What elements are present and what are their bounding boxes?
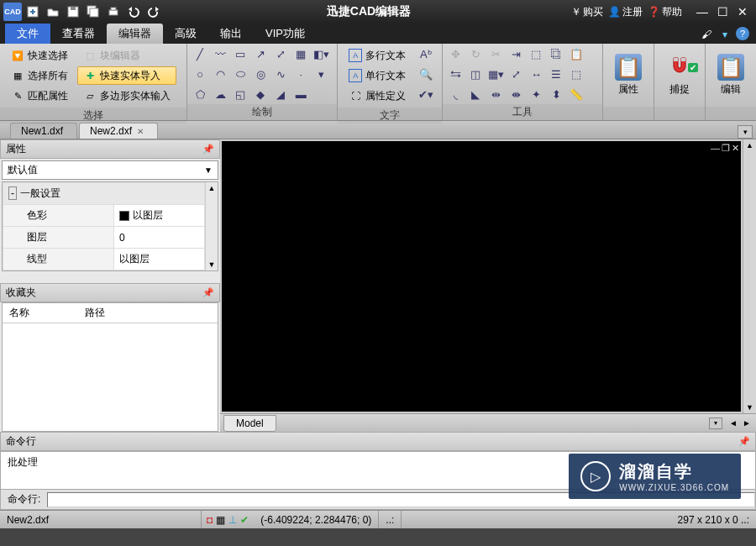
text-spell-icon[interactable]: ✔▾ — [418, 87, 433, 102]
solid-icon[interactable]: ◆ — [253, 87, 268, 102]
scroll-up-icon[interactable]: ▲ — [743, 139, 756, 151]
quick-select-button[interactable]: 🔽快速选择 — [5, 46, 74, 65]
scroll-right-icon[interactable]: ► — [741, 418, 753, 428]
quick-entity-import-button[interactable]: ✚快速实体导入 — [77, 66, 176, 85]
print-icon[interactable] — [104, 3, 123, 21]
break-icon[interactable]: ⇹ — [488, 87, 503, 102]
props-panel-header[interactable]: 属性📌 — [0, 139, 220, 159]
app-logo-icon[interactable]: CAD — [3, 3, 22, 21]
ellipse-icon[interactable]: ⬭ — [233, 66, 248, 81]
new-icon[interactable] — [24, 3, 42, 21]
attdef-button[interactable]: ⛶属性定义 — [343, 87, 412, 105]
layout-dropdown-icon[interactable]: ▾ — [709, 417, 722, 429]
scale-icon[interactable]: ⤢ — [508, 66, 523, 81]
wipeout-icon[interactable]: ▬ — [293, 87, 308, 102]
rotate-icon[interactable]: ↻ — [468, 46, 483, 61]
edit-button[interactable]: 📋 编辑 — [711, 46, 751, 104]
drawing-canvas[interactable]: — ❐ ✕ — [222, 141, 741, 412]
open-icon[interactable] — [44, 3, 62, 21]
buy-button[interactable]: ￥购买 — [571, 5, 603, 19]
pin-icon[interactable]: 📌 — [738, 436, 750, 447]
fav-col-name[interactable]: 名称 — [3, 303, 78, 323]
spline-icon[interactable]: ∿ — [273, 66, 288, 81]
mtext-button[interactable]: A多行文本 — [343, 46, 412, 65]
tab-viewer[interactable]: 查看器 — [50, 24, 107, 44]
polyline-icon[interactable]: 〰 — [213, 46, 228, 61]
tab-file[interactable]: 文件 — [5, 24, 50, 44]
boundary-icon[interactable]: ◱ — [233, 87, 248, 102]
more-draw-icon[interactable]: ▾ — [313, 66, 328, 81]
polar-toggle-icon[interactable]: ✔ — [240, 514, 249, 526]
stretch-icon[interactable]: ↔ — [528, 66, 543, 81]
close-icon[interactable]: ✕ — [734, 3, 751, 20]
dropdown-icon[interactable]: ▾ — [717, 27, 732, 42]
prop-row[interactable]: 色彩以图层 — [3, 205, 205, 227]
canvas-vscroll[interactable]: ▲▼ — [743, 139, 756, 413]
doc-tab[interactable]: New1.dxf — [10, 123, 77, 139]
revcloud-icon[interactable]: ☁ — [213, 87, 228, 102]
layers-icon[interactable]: ☰ — [549, 66, 564, 81]
register-button[interactable]: 👤注册 — [608, 5, 643, 19]
canvas-min-icon[interactable]: — — [711, 143, 720, 154]
ray-icon[interactable]: ↗ — [253, 46, 268, 61]
text-style-icon[interactable]: Aᵇ — [418, 46, 433, 61]
selbox-icon[interactable]: ⬚ — [528, 46, 543, 61]
cmd-panel-header[interactable]: 命令行📌 — [0, 432, 756, 451]
brush-icon[interactable]: 🖌 — [699, 27, 714, 42]
model-tab[interactable]: Model — [223, 415, 276, 432]
join-icon[interactable]: ⇼ — [508, 87, 523, 102]
polygon-entity-input-button[interactable]: ▱多边形实体输入 — [77, 87, 176, 105]
fillet-icon[interactable]: ◟ — [448, 87, 463, 102]
maximize-icon[interactable]: ☐ — [714, 3, 731, 20]
mirror-icon[interactable]: ⮀ — [448, 66, 463, 81]
grid-toggle-icon[interactable]: ▦ — [216, 514, 225, 526]
redo-icon[interactable] — [144, 3, 163, 21]
scroll-down-icon[interactable]: ▼ — [743, 402, 756, 413]
undo-icon[interactable] — [124, 3, 143, 21]
3dface-icon[interactable]: ◢ — [273, 87, 288, 102]
scroll-up-icon[interactable]: ▲ — [206, 182, 217, 194]
saveall-icon[interactable] — [84, 3, 102, 21]
prop-row[interactable]: 图层0 — [3, 227, 205, 249]
block-editor-button[interactable]: ⬚块编辑器 — [77, 46, 176, 65]
point-icon[interactable]: · — [293, 66, 308, 81]
doc-tab[interactable]: New2.dxf✕ — [79, 123, 158, 139]
tab-vip[interactable]: VIP功能 — [254, 24, 317, 44]
trim-icon[interactable]: ✂ — [488, 46, 503, 61]
prop-row[interactable]: 线型以图层 — [3, 249, 205, 270]
ortho-toggle-icon[interactable]: ⊥ — [228, 514, 237, 526]
align-icon[interactable]: ⬍ — [549, 87, 564, 102]
select-all-button[interactable]: ▦选择所有 — [5, 66, 74, 85]
snap-button[interactable]: 捕捉 — [659, 46, 700, 104]
tab-close-icon[interactable]: ✕ — [137, 127, 144, 136]
info-icon[interactable]: ? — [736, 27, 749, 40]
extend-icon[interactable]: ⇥ — [508, 46, 523, 61]
match-props-button[interactable]: ✎匹配属性 — [5, 87, 74, 105]
arc-icon[interactable]: ◠ — [213, 66, 228, 81]
line-icon[interactable]: ╱ — [192, 46, 207, 61]
tab-editor[interactable]: 编辑器 — [107, 24, 163, 44]
region-icon[interactable]: ◧▾ — [313, 46, 328, 61]
tab-advanced[interactable]: 高级 — [163, 24, 208, 44]
polygon-draw-icon[interactable]: ⬠ — [192, 87, 207, 102]
array-icon[interactable]: ▦▾ — [488, 66, 503, 81]
xline-icon[interactable]: ⤢ — [273, 46, 288, 61]
tab-output[interactable]: 输出 — [208, 24, 254, 44]
props-button[interactable]: 📋 属性 — [608, 46, 648, 104]
props-default-dropdown[interactable]: 默认值▼ — [2, 160, 218, 180]
copy-tool-icon[interactable]: ⿻ — [549, 46, 564, 61]
snap-toggle-icon[interactable]: ◘ — [207, 514, 213, 526]
move-icon[interactable]: ✥ — [448, 46, 463, 61]
minimize-icon[interactable]: — — [694, 3, 711, 20]
fav-col-path[interactable]: 路径 — [78, 303, 112, 323]
canvas-restore-icon[interactable]: ❐ — [722, 143, 730, 154]
canvas-close-icon[interactable]: ✕ — [732, 143, 739, 154]
stext-button[interactable]: A单行文本 — [343, 66, 412, 85]
chamfer-icon[interactable]: ◣ — [468, 87, 483, 102]
donut-icon[interactable]: ◎ — [253, 66, 268, 81]
help-button[interactable]: ❓帮助 — [648, 5, 682, 19]
measure-icon[interactable]: 📏 — [569, 87, 584, 102]
circle-icon[interactable]: ○ — [192, 66, 207, 81]
save-icon[interactable] — [64, 3, 82, 21]
prop-section[interactable]: -一般设置 — [3, 183, 205, 205]
